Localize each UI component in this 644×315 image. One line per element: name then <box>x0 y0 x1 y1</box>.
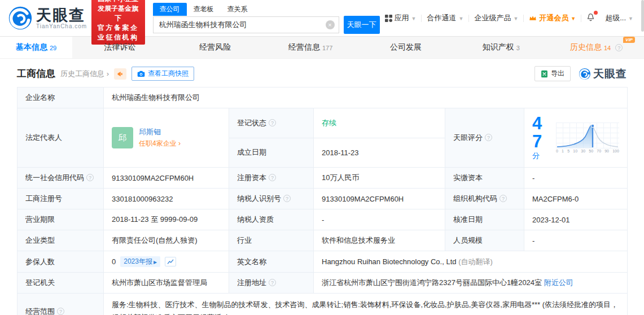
tab-basic-info[interactable]: 基本信息 29 <box>0 37 72 58</box>
tab-legal-litigation[interactable]: 法律诉讼 <box>72 37 168 58</box>
score-label-text: 天眼评分 <box>453 133 483 142</box>
business-scope-value: 服务:生物科技、医疗技术、生物制品的技术研发、技术咨询、成果转让;销售:装饰材料… <box>104 294 628 315</box>
trend-chart-button[interactable] <box>165 257 176 266</box>
tab-count: 14 <box>604 45 611 51</box>
tab-label: 经营风险 <box>199 42 231 53</box>
table-row-business-scope: 经营范围 服务:生物科技、医疗技术、生物制品的技术研发、技术咨询、成果转让;销售… <box>17 294 628 315</box>
help-icon[interactable] <box>57 308 64 315</box>
credit-code-value: 91330109MA2CFPM60H <box>104 168 229 189</box>
paid-capital-label: 实缴资本 <box>445 168 524 189</box>
search-tab-company[interactable]: 查公司 <box>153 3 187 16</box>
excel-export-icon <box>541 70 548 78</box>
clear-search-icon[interactable] <box>326 20 335 29</box>
tab-operational-risk[interactable]: 经营风险 <box>168 37 263 58</box>
taxpayer-id-label: 纳税人识别号 <box>229 189 314 209</box>
table-row-insured: 参保人数 0 2023年报 ▸ 英文名称 Hangzho <box>17 251 628 273</box>
org-code-label: 组织机构代码 <box>445 189 524 209</box>
camera-icon <box>137 71 145 77</box>
legal-rep-label: 法定代表人 <box>17 108 104 168</box>
company-detail-tabs: 基本信息 29 法律诉讼 经营风险 经营信息 177 公司发展 知识产权 3 V… <box>0 36 644 59</box>
auto-translate-note: (自动翻译) <box>458 257 493 266</box>
notification-dot <box>594 11 598 15</box>
tianyancha-watermark: 天眼查 <box>579 67 627 81</box>
score-value: 47 <box>532 113 542 151</box>
tab-intellectual-property[interactable]: 知识产权 3 <box>453 37 549 58</box>
help-icon[interactable] <box>485 134 492 141</box>
score-number-group: 47 分 <box>532 115 548 161</box>
company-name-label: 企业名称 <box>17 88 104 108</box>
logo-cn-text: 天眼查 <box>36 7 87 23</box>
search-input[interactable] <box>153 16 339 33</box>
business-scope-label-text: 经营范围 <box>25 307 55 315</box>
help-icon[interactable] <box>269 279 276 286</box>
tianyancha-company-page: 天眼查 TianYanCha.com 国家中小企业发展子基金旗下 官方备案企业征… <box>0 0 644 315</box>
watermark-swirl-icon <box>579 68 591 80</box>
section-header-right: 导出 天眼查 <box>535 66 627 81</box>
export-button[interactable]: 导出 <box>535 66 571 81</box>
reg-capital-value: 10万人民币 <box>314 168 445 189</box>
insured-value-cell: 0 2023年报 ▸ <box>104 251 229 273</box>
help-icon[interactable] <box>86 174 94 181</box>
company-type-value: 有限责任公司(自然人独资) <box>104 230 229 251</box>
status-badge: 存续 <box>322 119 336 127</box>
tab-history-info[interactable]: VIP 历史信息 14 <box>549 37 644 58</box>
search-button[interactable]: 天眼一下 <box>344 16 380 34</box>
tyc-score-label: 天眼评分 <box>445 108 524 168</box>
nav-partner-channel[interactable]: 合作通道 ▼ <box>422 13 468 23</box>
nav-apps-label: 应用 <box>395 13 409 23</box>
help-icon[interactable] <box>269 174 276 181</box>
english-name-value: Hangzhou Ruihan Biotechnology Co., Ltd <box>322 257 457 266</box>
legal-rep-name-link[interactable]: 邱斯钿 <box>139 127 181 137</box>
reg-status-label: 登记状态 <box>229 108 314 138</box>
nav-enterprise-label: 企业级产品 <box>474 13 511 23</box>
annual-report-link[interactable]: 2023年报 ▸ <box>120 256 160 267</box>
help-icon[interactable] <box>500 195 507 202</box>
insured-label: 参保人数 <box>17 251 104 273</box>
legal-rep-positions-link[interactable]: 任职4家企业 › <box>139 139 181 148</box>
score-distribution-chart[interactable]: 0151030507090100 <box>556 123 619 153</box>
credit-code-label-text: 统一社会信用代码 <box>25 173 84 182</box>
tab-business-info[interactable]: 经营信息 177 <box>263 37 358 58</box>
legal-rep-avatar[interactable]: 邱 <box>112 127 133 148</box>
snapshot-button[interactable]: 查看工商快照 <box>132 67 194 81</box>
reg-authority-label: 登记机关 <box>17 273 104 294</box>
export-button-label: 导出 <box>551 69 564 78</box>
search-input-wrap <box>153 16 339 33</box>
score-axis-label: 5 <box>567 149 569 153</box>
score-bell-curve <box>556 123 619 148</box>
company-name-value: 杭州瑞函生物科技有限公司 <box>104 88 628 108</box>
tab-label: 法律诉讼 <box>104 42 135 53</box>
address-cell: 浙江省杭州市萧山区宁围街道鸿宁路2327号丽晶国际中心1幢2024室 附近公司 <box>314 273 628 294</box>
tianyancha-logo[interactable]: 天眼查 TianYanCha.com <box>8 6 87 30</box>
nearby-companies-link[interactable]: 附近公司 <box>544 278 573 287</box>
tyc-score-cell: 47 分 <box>524 108 628 168</box>
taxpayer-id-label-text: 纳税人识别号 <box>237 194 281 203</box>
score-unit: 分 <box>532 151 540 160</box>
business-scope-label: 经营范围 <box>17 294 104 315</box>
reg-number-value: 330181000963232 <box>104 189 229 209</box>
announcement-chip[interactable] <box>114 68 126 80</box>
tab-company-development[interactable]: 公司发展 <box>358 37 453 58</box>
scrollbar-thumb[interactable] <box>641 0 644 32</box>
user-menu[interactable]: 超级... ▼ <box>600 13 638 23</box>
apps-grid-icon <box>385 15 392 22</box>
org-code-value: MA2CFPM6-0 <box>524 189 628 209</box>
help-icon[interactable] <box>269 119 276 126</box>
nav-open-membership[interactable]: 开通会员 ▼ <box>524 13 581 23</box>
search-tab-boss[interactable]: 查老板 <box>187 3 221 16</box>
help-icon[interactable] <box>283 195 291 202</box>
address-label-text: 注册地址 <box>237 278 266 287</box>
help-icon[interactable] <box>615 44 623 51</box>
nav-enterprise-products[interactable]: 企业级产品 ▼ <box>469 13 523 23</box>
table-row-company-name: 企业名称 杭州瑞函生物科技有限公司 <box>17 88 628 108</box>
tab-label: 知识产权 <box>483 42 514 53</box>
logo-text: 天眼查 TianYanCha.com <box>36 7 87 29</box>
table-row-credit-code: 统一社会信用代码 91330109MA2CFPM60H 注册资本 10万人民币 … <box>17 168 628 189</box>
tab-count: 3 <box>516 45 520 51</box>
notifications-bell[interactable] <box>581 12 600 24</box>
nav-partner-label: 合作通道 <box>427 13 456 23</box>
tab-label: 经营信息 <box>288 42 320 53</box>
history-business-info-link[interactable]: 历史工商信息 › <box>60 69 109 79</box>
search-tab-relation[interactable]: 查关系 <box>221 3 255 16</box>
nav-apps[interactable]: 应用 ▼ <box>380 13 422 23</box>
